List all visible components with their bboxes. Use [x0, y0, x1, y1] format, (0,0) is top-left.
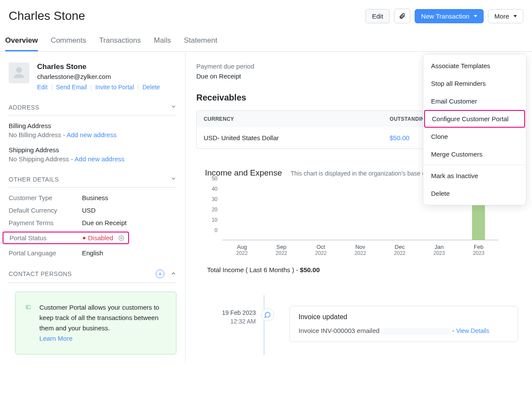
customer-name: Charles Stone — [37, 63, 160, 71]
paperclip-icon — [399, 12, 406, 20]
more-button[interactable]: More — [488, 9, 523, 23]
address-section-toggle[interactable]: ADDRESS — [9, 99, 176, 116]
add-contact-button[interactable]: + — [156, 270, 164, 278]
delete-link[interactable]: Delete — [142, 84, 160, 91]
timeline-date: 19 Feb 2023 12:32 AM — [218, 306, 256, 325]
chart-x-label: Oct2022 — [301, 244, 340, 256]
dropdown-stop-reminders[interactable]: Stop all Reminders — [423, 75, 526, 92]
caret-down-icon — [513, 15, 517, 17]
currency-cell: USD- United States Dollar — [204, 134, 390, 141]
tabs: Overview Comments Transactions Mails Sta… — [0, 28, 532, 52]
total-income: Total Income ( Last 6 Months ) - $50.00 — [207, 266, 532, 273]
chart-x-label: Jan2023 — [419, 244, 459, 256]
portal-language-value: English — [82, 249, 176, 257]
dropdown-merge-customers[interactable]: Merge Customers — [423, 145, 526, 163]
dropdown-mark-inactive[interactable]: Mark as Inactive — [423, 167, 526, 185]
add-billing-address-link[interactable]: Add new address — [66, 131, 116, 138]
shipping-address-label: Shipping Address — [9, 146, 176, 154]
chart-x-label: Nov2022 — [340, 244, 380, 256]
svg-point-0 — [121, 237, 123, 239]
attachment-button[interactable] — [394, 9, 410, 23]
dropdown-associate-templates[interactable]: Associate Templates — [423, 57, 526, 75]
portal-info-callout: Customer Portal allows your customers to… — [15, 292, 176, 355]
more-dropdown: Associate Templates Stop all Reminders E… — [423, 54, 526, 205]
avatar — [9, 63, 29, 83]
header-actions: Edit New Transaction More — [365, 9, 523, 23]
receivables-col-currency: CURRENCY — [204, 116, 390, 122]
tab-comments[interactable]: Comments — [51, 36, 86, 51]
edit-link[interactable]: Edit — [37, 84, 47, 91]
timeline-badge — [261, 308, 274, 321]
other-details-toggle[interactable]: OTHER DETAILS — [9, 171, 176, 188]
edit-button[interactable]: Edit — [365, 9, 390, 23]
comment-icon — [264, 311, 271, 318]
view-details-link[interactable]: View Details — [456, 327, 489, 334]
customer-email: charlesstone@zylker.com — [37, 73, 160, 80]
shipping-address-value: No Shipping Address - Add new address — [9, 155, 176, 163]
learn-more-link[interactable]: Learn More — [39, 335, 72, 342]
invite-portal-link[interactable]: Invite to Portal — [95, 84, 134, 91]
tab-statement[interactable]: Statement — [184, 36, 217, 51]
new-transaction-button[interactable]: New Transaction — [415, 9, 484, 23]
address-section-title: ADDRESS — [9, 104, 39, 111]
send-email-link[interactable]: Send Email — [56, 84, 87, 91]
tab-mails[interactable]: Mails — [154, 36, 171, 51]
portal-language-label: Portal Language — [9, 249, 82, 257]
chart-x-label: Dec2022 — [380, 244, 419, 256]
billing-address-value: No Billing Address - Add new address — [9, 131, 176, 138]
portal-status-value: Disabled — [83, 234, 126, 242]
chart-x-label: Aug2022 — [222, 244, 261, 256]
payment-terms-label: Payment Terms — [9, 219, 82, 226]
chart-x-label: Feb2023 — [459, 244, 498, 256]
add-shipping-address-link[interactable]: Add new address — [75, 155, 125, 163]
dropdown-configure-portal[interactable]: Configure Customer Portal — [424, 110, 525, 128]
contact-persons-title: CONTACT PERSONS — [9, 270, 72, 277]
id-card-icon — [26, 302, 31, 312]
dropdown-clone[interactable]: Clone — [423, 128, 526, 145]
svg-point-2 — [27, 307, 28, 308]
redacted-text — [381, 328, 450, 335]
timeline-card: Invoice updated Invoice INV-000003 email… — [290, 306, 518, 342]
chevron-up-icon — [170, 270, 176, 278]
contact-persons-toggle[interactable]: CONTACT PERSONS + — [9, 265, 176, 283]
timeline-card-body: Invoice INV-000003 emailed - View Detail… — [299, 327, 509, 335]
status-dot-icon — [83, 237, 85, 239]
sidebar: Charles Stone charlesstone@zylker.com Ed… — [0, 52, 186, 363]
dropdown-delete[interactable]: Delete — [423, 185, 526, 202]
customer-type-value: Business — [82, 194, 176, 201]
default-currency-label: Default Currency — [9, 207, 82, 214]
svg-rect-1 — [26, 305, 31, 309]
billing-address-label: Billing Address — [9, 122, 176, 129]
caret-down-icon — [474, 15, 477, 17]
dropdown-separator — [423, 165, 526, 165]
tab-overview[interactable]: Overview — [5, 36, 38, 51]
timeline: 19 Feb 2023 12:32 AM Invoice updated Inv… — [218, 306, 532, 342]
main-content: Payment due period Due on Receipt Receiv… — [186, 52, 532, 363]
chart-x-label: Sep2022 — [261, 244, 301, 256]
payment-terms-value: Due on Receipt — [82, 219, 176, 226]
gear-icon[interactable] — [118, 235, 124, 241]
portal-status-row-highlighted: Portal Status Disabled — [3, 232, 129, 244]
chevron-down-icon — [170, 176, 176, 183]
other-details-title: OTHER DETAILS — [9, 176, 59, 183]
timeline-card-title: Invoice updated — [299, 313, 509, 321]
tab-transactions[interactable]: Transactions — [99, 36, 141, 51]
chevron-down-icon — [170, 104, 176, 111]
customer-type-label: Customer Type — [9, 194, 82, 201]
portal-status-label: Portal Status — [9, 234, 83, 242]
default-currency-value: USD — [82, 207, 176, 214]
page-title: Charles Stone — [9, 9, 85, 23]
dropdown-email-customer[interactable]: Email Customer — [423, 92, 526, 110]
timeline-item: 19 Feb 2023 12:32 AM Invoice updated Inv… — [218, 306, 532, 342]
